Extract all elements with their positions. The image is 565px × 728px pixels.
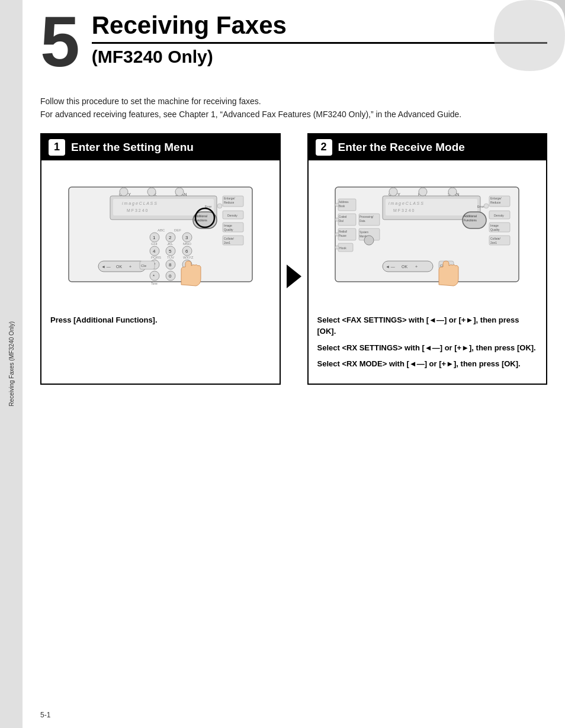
chapter-title: Receiving Faxes xyxy=(92,12,547,44)
svg-text:PQRS: PQRS xyxy=(151,256,161,259)
svg-text:GHI: GHI xyxy=(151,242,158,246)
step-2-instruction-1: Select <FAX SETTINGS> with [◄—] or [+►],… xyxy=(317,314,538,337)
svg-text:6: 6 xyxy=(185,249,188,254)
sidebar: Receiving Faxes (MF3240 Only) xyxy=(0,0,23,728)
step-1-instruction: Press [Additional Functions]. xyxy=(47,314,274,331)
svg-text:Cle: Cle xyxy=(141,264,147,268)
svg-text:2on1: 2on1 xyxy=(224,241,230,244)
step-2-device: Address Book Coded Dial Redial/ Pause xyxy=(314,169,541,299)
step-1-number: 1 xyxy=(49,139,65,156)
svg-text:M F 3 2 4 0: M F 3 2 4 0 xyxy=(393,208,415,212)
svg-text:◄ —: ◄ — xyxy=(101,265,111,269)
step-2-number: 2 xyxy=(316,139,332,156)
svg-point-99 xyxy=(448,188,457,196)
svg-text:5: 5 xyxy=(169,249,172,254)
step-2-title: Enter the Receive Mode xyxy=(338,141,465,154)
svg-text:Quality: Quality xyxy=(490,228,500,231)
step-1-device: i m a g e C L A S S M F 3 2 4 0 COPY FAX… xyxy=(47,169,274,299)
svg-point-71 xyxy=(335,203,339,207)
svg-point-98 xyxy=(419,188,427,196)
svg-text:0: 0 xyxy=(169,273,172,279)
svg-point-8 xyxy=(120,188,128,196)
svg-point-10 xyxy=(175,188,184,196)
page-number: 5-1 xyxy=(40,711,50,719)
svg-point-79 xyxy=(335,233,339,236)
svg-text:Enlarge/: Enlarge/ xyxy=(224,197,235,200)
step-arrow xyxy=(287,133,301,385)
svg-point-9 xyxy=(147,188,156,196)
step-2-instructions: Select <FAX SETTINGS> with [◄—] or [+►],… xyxy=(314,314,541,375)
svg-text:Tone: Tone xyxy=(151,282,158,285)
svg-text:OK: OK xyxy=(116,265,122,269)
svg-text:◄ —: ◄ — xyxy=(386,265,395,269)
chapter-number: 5 xyxy=(40,6,80,77)
svg-point-89 xyxy=(364,236,374,245)
step-2-header: 2 Enter the Receive Mode xyxy=(309,134,547,160)
svg-text:Image: Image xyxy=(490,224,499,227)
svg-text:Enlarge/: Enlarge/ xyxy=(490,197,502,200)
svg-text:*: * xyxy=(153,273,155,279)
svg-text:Book: Book xyxy=(339,205,345,208)
svg-text:WXYZ: WXYZ xyxy=(183,256,194,259)
svg-text:Redial/: Redial/ xyxy=(339,230,348,233)
svg-text:System: System xyxy=(359,231,368,234)
svg-text:Collate/: Collate/ xyxy=(224,237,235,240)
step-2-instruction-2: Select <RX SETTINGS> with [◄—] or [+►], … xyxy=(317,342,538,354)
svg-point-97 xyxy=(389,188,397,196)
fax-device-1-icon: i m a g e C L A S S M F 3 2 4 0 COPY FAX… xyxy=(63,169,258,299)
svg-text:Address: Address xyxy=(339,201,349,204)
svg-point-75 xyxy=(335,218,339,221)
svg-text:MNO: MNO xyxy=(183,242,191,246)
step-1-header: 1 Enter the Setting Menu xyxy=(41,134,280,160)
svg-text:JKL: JKL xyxy=(167,242,174,246)
svg-text:Pause: Pause xyxy=(339,234,346,237)
svg-text:Quality: Quality xyxy=(224,228,233,231)
svg-text:3: 3 xyxy=(185,235,188,240)
svg-text:2: 2 xyxy=(169,235,172,240)
svg-text:Processing/: Processing/ xyxy=(359,215,374,218)
svg-text:+: + xyxy=(415,265,418,269)
svg-text:Error: Error xyxy=(477,205,484,208)
sidebar-label: Receiving Faxes (MF3240 Only) xyxy=(8,321,15,406)
step-2-instruction-3: Select <RX MODE> with [◄—] or [+►], then… xyxy=(317,358,538,370)
fax-device-2-icon: Address Book Coded Dial Redial/ Pause xyxy=(329,169,525,299)
svg-text:Data: Data xyxy=(359,220,365,223)
svg-text:Reduce: Reduce xyxy=(224,201,234,204)
svg-text:Dial: Dial xyxy=(339,220,344,223)
svg-text:DEF: DEF xyxy=(174,228,181,232)
svg-text:Image: Image xyxy=(224,224,232,227)
svg-text:4: 4 xyxy=(153,249,156,254)
svg-text:Density: Density xyxy=(494,214,504,217)
main-content: 5 Receiving Faxes (MF3240 Only) Follow t… xyxy=(23,0,565,408)
svg-point-82 xyxy=(335,246,339,249)
svg-text:2on1: 2on1 xyxy=(490,241,497,244)
chapter-subtitle: (MF3240 Only) xyxy=(92,47,547,67)
svg-text:M F 3 2 4 0: M F 3 2 4 0 xyxy=(127,208,148,212)
svg-text:OK: OK xyxy=(402,265,407,269)
step-1-content: i m a g e C L A S S M F 3 2 4 0 COPY FAX… xyxy=(41,160,280,368)
svg-text:Coded: Coded xyxy=(339,215,347,218)
svg-text:Functions: Functions xyxy=(464,218,477,222)
svg-point-105 xyxy=(484,204,489,208)
svg-text:Collate/: Collate/ xyxy=(490,237,501,240)
svg-text:TUV: TUV xyxy=(167,256,174,259)
svg-text:i m a g e C L A S S: i m a g e C L A S S xyxy=(389,201,423,206)
footer: 5-1 xyxy=(23,711,50,719)
svg-text:Hook: Hook xyxy=(339,246,346,250)
step-2-box: 2 Enter the Receive Mode Address Book xyxy=(307,133,548,385)
arrow-icon xyxy=(287,265,301,288)
svg-text:i m a g e C L A S S: i m a g e C L A S S xyxy=(122,201,157,206)
svg-text:1: 1 xyxy=(153,235,156,240)
steps-container: 1 Enter the Setting Menu i m a g e C L A… xyxy=(40,133,547,385)
svg-text:Additional: Additional xyxy=(464,214,477,218)
step-1-title: Enter the Setting Menu xyxy=(71,141,194,154)
svg-text:8: 8 xyxy=(169,262,172,268)
step-1-box: 1 Enter the Setting Menu i m a g e C L A… xyxy=(40,133,281,385)
body-text: Follow this procedure to set the machine… xyxy=(40,95,547,121)
chapter-title-block: Receiving Faxes (MF3240 Only) xyxy=(92,12,547,67)
corner-decoration-icon xyxy=(494,0,565,71)
svg-text:Density: Density xyxy=(227,214,237,217)
step-2-content: Address Book Coded Dial Redial/ Pause xyxy=(309,160,547,384)
svg-text:Reduce: Reduce xyxy=(490,201,500,204)
svg-text:ABC: ABC xyxy=(158,228,165,232)
